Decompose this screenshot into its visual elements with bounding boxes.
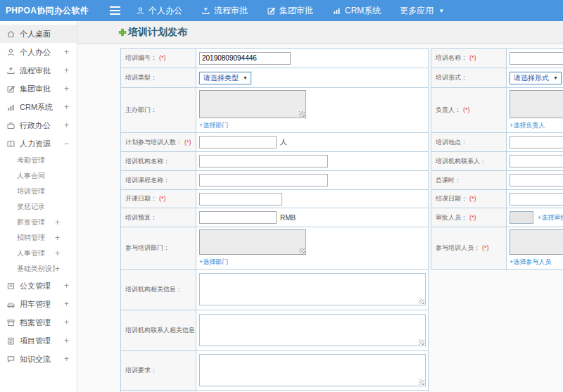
sidebar-subitem-base-category[interactable]: 基础类别设置 + bbox=[0, 261, 77, 277]
leader-textarea[interactable] bbox=[510, 90, 563, 118]
sidebar-item-label: 流程审批 bbox=[20, 65, 64, 76]
required-mark: (*) bbox=[159, 195, 166, 202]
sidebar-item-personal-desktop[interactable]: 个人桌面 bbox=[0, 25, 77, 43]
required-mark: (*) bbox=[463, 106, 470, 113]
join-staff-textarea[interactable] bbox=[510, 229, 563, 255]
end-date-input[interactable] bbox=[510, 193, 563, 206]
field-label: 主办部门： bbox=[125, 106, 157, 113]
org-contact-info-textarea[interactable] bbox=[199, 314, 426, 346]
home-icon bbox=[6, 30, 15, 39]
sidebar-subitem-salary[interactable]: 薪资管理 + bbox=[0, 215, 77, 230]
field-label: 培训名称： bbox=[436, 54, 467, 61]
select-join-staff-link[interactable]: +选择参与人员 bbox=[510, 258, 551, 265]
sidebar-item-crm-system[interactable]: CRM系统 + bbox=[0, 98, 77, 116]
select-leader-link[interactable]: +选择负责人 bbox=[510, 122, 545, 129]
resize-handle[interactable] bbox=[419, 379, 424, 385]
main-content: 培训计划发布 培训编号：(*) 培训类型： 请选择类型 ▼ bbox=[77, 21, 563, 392]
caret-down-icon: ▼ bbox=[243, 75, 248, 80]
resize-handle[interactable] bbox=[299, 248, 305, 253]
select-approver-link[interactable]: +选择审批人员 bbox=[538, 213, 563, 222]
location-input[interactable] bbox=[510, 136, 563, 148]
nav-more-apps[interactable]: 更多应用 ▼ bbox=[400, 5, 444, 17]
budget-input[interactable] bbox=[199, 211, 277, 224]
start-date-input[interactable] bbox=[199, 193, 282, 206]
expand-indicator: + bbox=[64, 120, 69, 130]
required-mark: (*) bbox=[469, 214, 476, 221]
expand-indicator: + bbox=[55, 217, 60, 227]
training-type-select[interactable]: 请选择类型 ▼ bbox=[199, 72, 251, 84]
form-row: 负责人：(*) +选择负责人 bbox=[431, 88, 563, 133]
nav-label: 个人办公 bbox=[148, 5, 182, 17]
chart-icon bbox=[332, 6, 341, 15]
field-label: 培训机构相关信息： bbox=[125, 286, 182, 293]
sidebar-subitem-training[interactable]: 培训管理 bbox=[0, 184, 77, 199]
nav-crm-system[interactable]: CRM系统 bbox=[332, 5, 381, 17]
sidebar-item-personal-office[interactable]: 个人办公 + bbox=[0, 43, 77, 61]
form-row: 培训机构相关信息： bbox=[121, 270, 429, 310]
car-icon bbox=[6, 300, 15, 309]
select-join-dept-link[interactable]: +选择部门 bbox=[199, 258, 228, 265]
user-icon bbox=[136, 6, 145, 15]
planned-count-input[interactable] bbox=[199, 136, 277, 148]
total-hours-input[interactable] bbox=[510, 174, 563, 186]
sidebar-item-project-mgmt[interactable]: 项目管理 + bbox=[0, 331, 77, 350]
collapse-indicator: − bbox=[64, 139, 69, 148]
sidebar-subitem-hr-contract[interactable]: 人事合同 bbox=[0, 168, 77, 184]
expand-indicator: + bbox=[64, 317, 69, 327]
menu-toggle-icon[interactable] bbox=[110, 6, 120, 15]
sidebar-item-knowledge-exchange[interactable]: 知识交流 + bbox=[0, 350, 77, 368]
field-label: 参与培训人员： bbox=[436, 244, 480, 251]
requirements-textarea[interactable] bbox=[199, 354, 426, 386]
sidebar-item-group-approval[interactable]: 集团审批 + bbox=[0, 80, 77, 98]
sidebar-item-label: 薪资管理 bbox=[17, 217, 55, 227]
sidebar-item-human-resources[interactable]: 人力资源 − bbox=[0, 134, 77, 153]
sidebar-subitem-rewards[interactable]: 奖惩记录 bbox=[0, 199, 77, 215]
sidebar-item-vehicle-mgmt[interactable]: 用车管理 + bbox=[0, 295, 77, 313]
upload-icon bbox=[201, 6, 210, 15]
sidebar-item-label: 项目管理 bbox=[20, 336, 64, 346]
sidebar-subitem-recruitment[interactable]: 招聘管理 + bbox=[0, 230, 77, 246]
expand-indicator: + bbox=[55, 248, 60, 258]
nav-group-approval[interactable]: 集团审批 bbox=[267, 5, 313, 17]
sidebar-subitem-personnel[interactable]: 人事管理 + bbox=[0, 246, 77, 261]
nav-label: 流程审批 bbox=[214, 5, 248, 17]
expand-indicator: + bbox=[64, 84, 69, 94]
form-row: 培训名称：(*) bbox=[431, 49, 563, 68]
page-title-bar: 培训计划发布 bbox=[77, 21, 563, 44]
sidebar-item-label: 行政办公 bbox=[20, 120, 64, 131]
expand-indicator: + bbox=[64, 336, 69, 346]
host-dept-textarea[interactable] bbox=[199, 90, 306, 118]
sidebar-item-admin-office[interactable]: 行政办公 + bbox=[0, 116, 77, 134]
nav-workflow-approval[interactable]: 流程审批 bbox=[201, 5, 248, 17]
select-value: 请选择类型 bbox=[203, 73, 239, 83]
field-label: 培训编号： bbox=[125, 54, 157, 61]
nav-personal-office[interactable]: 个人办公 bbox=[136, 5, 182, 17]
org-contact-input[interactable] bbox=[510, 155, 563, 167]
org-info-textarea[interactable] bbox=[199, 273, 426, 305]
form-row: 培训预算： RMB bbox=[121, 208, 429, 227]
training-mode-select[interactable]: 请选择形式 ▼ bbox=[510, 72, 562, 84]
form-row: 开课日期：(*) bbox=[121, 190, 429, 208]
form-panel: 培训编号：(*) 培训类型： 请选择类型 ▼ 主办部门： bbox=[77, 44, 563, 392]
sidebar-item-archive-mgmt[interactable]: 档案管理 + bbox=[0, 313, 77, 331]
form-row: 主办部门： +选择部门 bbox=[121, 88, 429, 133]
resize-handle[interactable] bbox=[419, 298, 424, 304]
form-row: 参与培训人员：(*) +选择参与人员 bbox=[431, 227, 563, 270]
approver-input[interactable] bbox=[510, 211, 533, 224]
sidebar-subitem-attendance[interactable]: 考勤管理 bbox=[0, 153, 77, 168]
resize-handle[interactable] bbox=[299, 111, 305, 117]
org-name-input[interactable] bbox=[199, 155, 328, 167]
select-dept-link[interactable]: +选择部门 bbox=[199, 122, 228, 129]
field-label: 培训形式： bbox=[436, 74, 467, 81]
field-label: 培训机构联系人： bbox=[436, 158, 486, 165]
field-label: 培训类型： bbox=[125, 74, 157, 81]
training-number-input[interactable] bbox=[199, 52, 291, 65]
topbar: PHPOA协同办公软件 个人办公 流程审批 集团审批 CRM系统 更多应用 ▼ bbox=[0, 0, 563, 21]
caret-down-icon: ▼ bbox=[438, 8, 444, 14]
sidebar-item-workflow-approval[interactable]: 流程审批 + bbox=[0, 61, 77, 80]
sidebar-item-document-mgmt[interactable]: 公文管理 + bbox=[0, 277, 77, 295]
course-name-input[interactable] bbox=[199, 174, 328, 186]
training-name-input[interactable] bbox=[510, 52, 563, 65]
join-dept-textarea[interactable] bbox=[199, 229, 306, 255]
resize-handle[interactable] bbox=[419, 339, 424, 345]
